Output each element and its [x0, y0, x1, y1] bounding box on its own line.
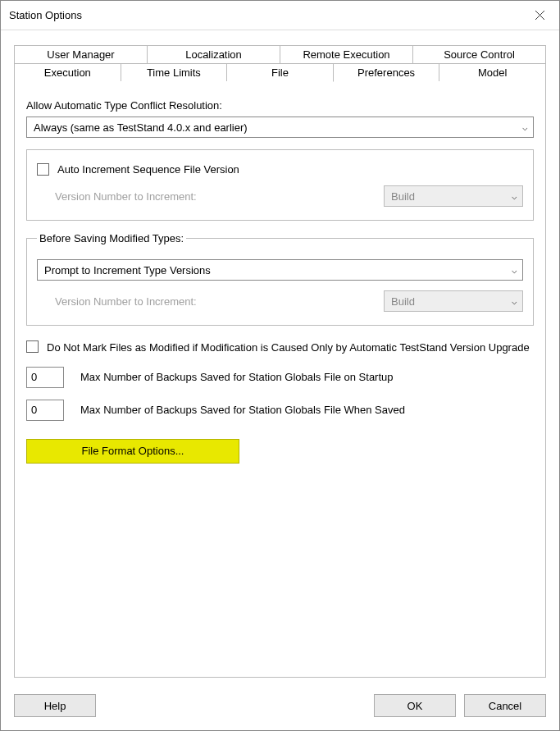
cancel-button[interactable]: Cancel: [464, 694, 546, 717]
max-saved-label: Max Number of Backups Saved for Station …: [80, 404, 405, 416]
file-format-options-button[interactable]: File Format Options...: [26, 439, 239, 464]
tab-source-control[interactable]: Source Control: [413, 45, 546, 63]
titlebar: Station Options: [1, 1, 559, 30]
file-tab-panel: Allow Automatic Type Conflict Resolution…: [14, 81, 546, 678]
tab-time-limits[interactable]: Time Limits: [121, 63, 228, 82]
max-startup-label: Max Number of Backups Saved for Station …: [80, 371, 394, 383]
auto-increment-group: Auto Increment Sequence File Version Ver…: [26, 149, 534, 221]
tab-model[interactable]: Model: [439, 63, 546, 82]
dialog-footer: Help OK Cancel: [1, 686, 559, 730]
version-to-increment-value: Build: [391, 190, 415, 203]
auto-increment-label: Auto Increment Sequence File Version: [57, 163, 239, 176]
chevron-down-icon: ⌵: [522, 122, 528, 133]
tab-file[interactable]: File: [227, 63, 334, 82]
version-to-increment-select: Build ⌵: [384, 185, 523, 207]
tab-execution[interactable]: Execution: [14, 63, 121, 82]
do-not-mark-checkbox[interactable]: [26, 340, 39, 353]
before-saving-group: Before Saving Modified Types: Prompt to …: [26, 232, 534, 326]
tab-rows: User Manager Localization Remote Executi…: [14, 45, 546, 82]
tab-localization[interactable]: Localization: [148, 45, 280, 63]
content-area: User Manager Localization Remote Executi…: [1, 30, 559, 686]
max-saved-row: Max Number of Backups Saved for Station …: [26, 400, 534, 421]
do-not-mark-label: Do Not Mark Files as Modified if Modific…: [47, 340, 530, 355]
chevron-down-icon: ⌵: [512, 265, 517, 276]
before-saving-version-select: Build ⌵: [384, 290, 523, 312]
before-saving-select[interactable]: Prompt to Increment Type Versions ⌵: [37, 259, 523, 281]
close-icon[interactable]: [528, 7, 551, 24]
conflict-resolution-value: Always (same as TestStand 4.0.x and earl…: [34, 121, 248, 134]
tab-remote-execution[interactable]: Remote Execution: [280, 45, 413, 63]
ok-button[interactable]: OK: [374, 694, 456, 717]
do-not-mark-row: Do Not Mark Files as Modified if Modific…: [26, 340, 534, 355]
chevron-down-icon: ⌵: [512, 191, 517, 202]
max-startup-row: Max Number of Backups Saved for Station …: [26, 367, 534, 388]
tabs-area: User Manager Localization Remote Executi…: [14, 45, 546, 678]
before-saving-version-label: Version Number to Increment:: [55, 295, 197, 308]
tab-row-2: Execution Time Limits File Preferences M…: [14, 63, 546, 82]
tab-user-manager[interactable]: User Manager: [14, 45, 148, 63]
tab-row-1: User Manager Localization Remote Executi…: [14, 45, 546, 63]
help-button[interactable]: Help: [14, 694, 96, 717]
window-title: Station Options: [9, 9, 82, 21]
chevron-down-icon: ⌵: [512, 296, 517, 307]
before-saving-value: Prompt to Increment Type Versions: [44, 264, 211, 276]
max-startup-input[interactable]: [26, 367, 64, 388]
conflict-resolution-select[interactable]: Always (same as TestStand 4.0.x and earl…: [26, 117, 534, 138]
tab-preferences[interactable]: Preferences: [334, 63, 440, 82]
conflict-resolution-label: Allow Automatic Type Conflict Resolution…: [26, 99, 534, 112]
max-saved-input[interactable]: [26, 400, 64, 421]
before-saving-version-value: Build: [391, 295, 415, 308]
version-to-increment-label: Version Number to Increment:: [55, 190, 197, 203]
auto-increment-checkbox[interactable]: [37, 163, 49, 176]
before-saving-legend: Before Saving Modified Types:: [37, 232, 186, 244]
